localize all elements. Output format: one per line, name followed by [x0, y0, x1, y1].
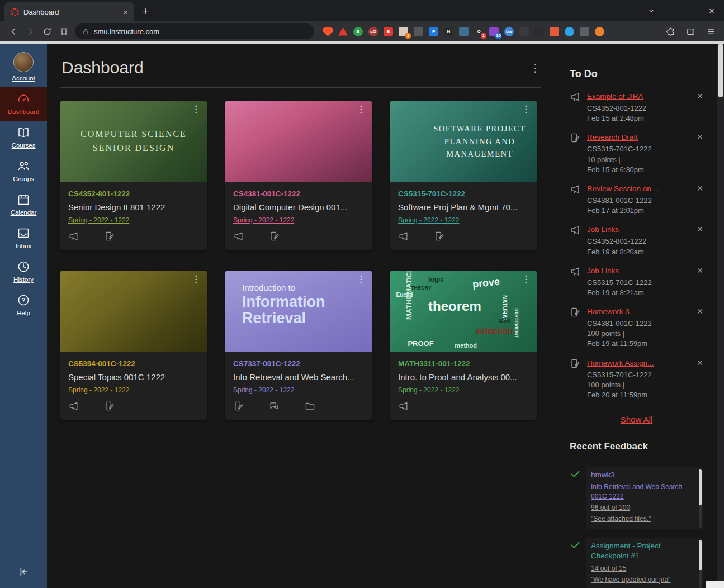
assignments-icon[interactable] — [104, 401, 115, 414]
new-tab-button[interactable]: + — [142, 5, 149, 17]
mini-scrollbar[interactable] — [699, 469, 702, 528]
extension-icon[interactable] — [519, 27, 529, 36]
sidebar-item-help[interactable]: ? Help — [0, 288, 47, 322]
course-term-link[interactable]: Spring - 2022 - 1222 — [398, 216, 459, 224]
dismiss-icon[interactable]: ✕ — [697, 132, 703, 175]
sidebar-item-inbox[interactable]: Inbox — [0, 221, 47, 255]
assignments-icon[interactable] — [269, 231, 280, 244]
todo-link[interactable]: Research Draft — [587, 133, 638, 141]
course-code-link[interactable]: CS7337-001C-1222 — [233, 359, 300, 368]
course-card-menu-icon[interactable]: ⋮ — [521, 103, 531, 115]
course-term-link[interactable]: Spring - 2022 - 1222 — [68, 386, 129, 394]
show-all-link[interactable]: Show All — [570, 415, 703, 424]
course-code-link[interactable]: MATH3311-001-1222 — [398, 359, 470, 368]
announcements-icon[interactable] — [398, 401, 409, 414]
sidebar-item-courses[interactable]: Courses — [0, 121, 47, 154]
brave-shield-icon[interactable]: 3 — [323, 27, 333, 36]
dashboard-options-kebab-icon[interactable]: ⋮ — [530, 61, 541, 74]
course-title[interactable]: Special Topics 001C 1222 — [68, 372, 199, 382]
course-card-image[interactable]: provetheoremMATHEMATICSinductionPROOFlog… — [390, 271, 537, 352]
extension-icon[interactable]: F — [429, 27, 438, 36]
course-card-menu-icon[interactable]: ⋮ — [356, 103, 366, 115]
dismiss-icon[interactable]: ✕ — [697, 265, 703, 298]
todo-link[interactable]: Example of JIRA — [587, 92, 643, 101]
course-card-menu-icon[interactable]: ⋮ — [191, 103, 201, 115]
feedback-course-link[interactable]: Info Retrieval and Web Search 001C 1222 — [591, 482, 694, 500]
address-bar[interactable]: smu.instructure.com — [75, 23, 314, 39]
course-card-menu-icon[interactable]: ⋮ — [521, 273, 531, 285]
course-card-menu-icon[interactable]: ⋮ — [191, 273, 201, 285]
forward-button[interactable] — [22, 23, 38, 39]
dismiss-icon[interactable]: ✕ — [697, 183, 703, 216]
course-title[interactable]: Software Proj Plan & Mgmt 70... — [398, 202, 529, 212]
course-card-image[interactable]: Introduction to Information Retrieval ⋮ — [225, 271, 372, 352]
todo-link[interactable]: Job Links — [587, 225, 619, 234]
page-scrollbar[interactable] — [717, 44, 724, 588]
extension-icon[interactable] — [459, 27, 469, 36]
extension-icon[interactable] — [414, 27, 423, 36]
dismiss-icon[interactable]: ✕ — [697, 91, 703, 124]
scrollbar-thumb[interactable] — [718, 44, 723, 97]
extension-icon[interactable] — [565, 27, 574, 36]
extension-icon[interactable]: B — [353, 27, 363, 36]
tab-close-icon[interactable]: × — [121, 7, 130, 17]
assignments-icon[interactable] — [233, 401, 244, 414]
sidebar-item-groups[interactable]: Groups — [0, 154, 47, 188]
tab-search-chevron-icon[interactable] — [641, 0, 661, 21]
course-code-link[interactable]: CS4381-001C-1222 — [233, 189, 300, 198]
feedback-link[interactable]: hmwk3 — [591, 470, 694, 480]
course-code-link[interactable]: CS4352-801-1222 — [68, 189, 130, 198]
collapse-nav-button[interactable] — [0, 560, 47, 584]
extension-icon[interactable] — [595, 27, 604, 36]
mini-scrollbar[interactable] — [699, 540, 702, 588]
course-title[interactable]: Digital Computer Design 001... — [233, 202, 364, 212]
course-code-link[interactable]: CS5394-001C-1222 — [68, 359, 135, 368]
browser-tab[interactable]: Dashboard × — [4, 2, 134, 21]
sidebar-item-history[interactable]: History — [0, 255, 47, 288]
course-term-link[interactable]: Spring - 2022 - 1222 — [233, 386, 294, 394]
assignments-icon[interactable] — [434, 231, 444, 244]
window-close-button[interactable]: × — [702, 0, 722, 21]
announcements-icon[interactable] — [68, 231, 79, 244]
dismiss-icon[interactable]: ✕ — [697, 358, 703, 401]
files-icon[interactable] — [305, 401, 315, 414]
course-term-link[interactable]: Spring - 2022 - 1222 — [398, 386, 459, 394]
back-button[interactable] — [6, 23, 21, 39]
extension-icon[interactable]: uO — [368, 27, 378, 36]
todo-link[interactable]: Homework 3 — [587, 307, 630, 316]
alert-triangle-icon[interactable] — [338, 27, 348, 36]
sidebar-item-dashboard[interactable]: Dashboard — [0, 87, 47, 121]
feedback-link[interactable]: Assignment - Project Checkpoint #1 — [591, 541, 694, 561]
course-card-image[interactable]: SOFTWARE PROJECT PLANNING AND MANAGEMENT… — [390, 101, 537, 182]
todo-link[interactable]: Job Links — [587, 267, 619, 275]
extension-icon[interactable]: 10 — [489, 27, 499, 36]
course-term-link[interactable]: Spring - 2022 - 1222 — [68, 216, 129, 224]
announcements-icon[interactable] — [68, 401, 79, 414]
extension-icon[interactable] — [580, 27, 589, 36]
dismiss-icon[interactable]: ✕ — [697, 306, 703, 349]
course-card-image[interactable]: ⋮ — [60, 271, 207, 352]
bookmark-icon[interactable] — [56, 23, 72, 39]
window-maximize-button[interactable] — [682, 0, 702, 21]
course-term-link[interactable]: Spring - 2022 - 1222 — [233, 216, 294, 224]
discussions-icon[interactable] — [269, 401, 280, 414]
course-code-link[interactable]: CS5315-701C-1222 — [398, 189, 465, 198]
extensions-puzzle-icon[interactable] — [664, 23, 677, 39]
todo-link[interactable]: Review Session on ... — [587, 184, 660, 193]
browser-menu-icon[interactable] — [704, 23, 717, 39]
reload-button[interactable] — [39, 23, 55, 39]
extension-icon[interactable]: 1 — [399, 27, 408, 36]
course-title[interactable]: Senior Design II 801 1222 — [68, 202, 199, 212]
extension-icon[interactable]: N — [444, 27, 453, 36]
sidebar-item-account[interactable]: Account — [0, 47, 47, 87]
extension-icon[interactable] — [550, 27, 559, 36]
extension-icon[interactable]: O1 — [474, 27, 484, 36]
window-minimize-button[interactable] — [661, 0, 682, 21]
assignments-icon[interactable] — [104, 231, 115, 244]
todo-link[interactable]: Homework Assign... — [587, 359, 654, 367]
course-title[interactable]: Intro. to Proof and Analysis 00... — [398, 372, 529, 382]
course-card-image[interactable]: COMPUTER SCIENCE SENIOR DESIGN ⋮ — [60, 101, 207, 182]
announcements-icon[interactable] — [398, 231, 409, 244]
extension-icon[interactable] — [534, 27, 544, 36]
dismiss-icon[interactable]: ✕ — [697, 224, 703, 257]
